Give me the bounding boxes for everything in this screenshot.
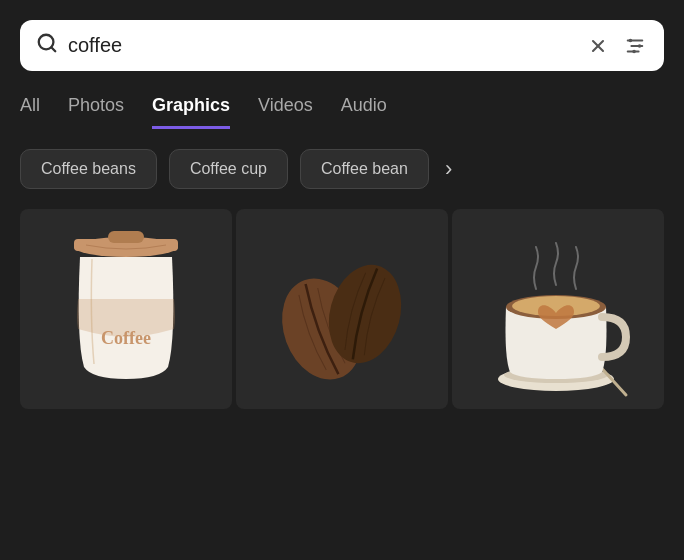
tab-bar: All Photos Graphics Videos Audio xyxy=(20,95,664,129)
tab-graphics[interactable]: Graphics xyxy=(152,95,230,129)
search-filter-button[interactable] xyxy=(622,35,648,57)
svg-rect-12 xyxy=(108,231,144,243)
image-cell-coffee-latte[interactable] xyxy=(452,209,664,409)
filter-pills: Coffee beans Coffee cup Coffee bean › xyxy=(20,149,664,189)
svg-point-7 xyxy=(629,38,633,42)
search-input[interactable] xyxy=(68,34,574,57)
tab-videos[interactable]: Videos xyxy=(258,95,313,129)
image-grid: Coffee xyxy=(20,209,664,409)
svg-line-1 xyxy=(51,47,55,51)
pill-coffee-cup[interactable]: Coffee cup xyxy=(169,149,288,189)
pill-coffee-beans[interactable]: Coffee beans xyxy=(20,149,157,189)
search-clear-button[interactable] xyxy=(584,36,612,56)
tab-all[interactable]: All xyxy=(20,95,40,129)
image-cell-coffee-beans[interactable] xyxy=(236,209,448,409)
svg-text:Coffee: Coffee xyxy=(101,328,151,348)
tab-photos[interactable]: Photos xyxy=(68,95,124,129)
tab-audio[interactable]: Audio xyxy=(341,95,387,129)
search-bar xyxy=(20,20,664,71)
pills-next-button[interactable]: › xyxy=(441,156,456,182)
svg-point-8 xyxy=(638,44,642,48)
svg-point-9 xyxy=(632,49,636,53)
pill-coffee-bean[interactable]: Coffee bean xyxy=(300,149,429,189)
search-icon xyxy=(36,32,58,59)
image-cell-coffee-cup[interactable]: Coffee xyxy=(20,209,232,409)
